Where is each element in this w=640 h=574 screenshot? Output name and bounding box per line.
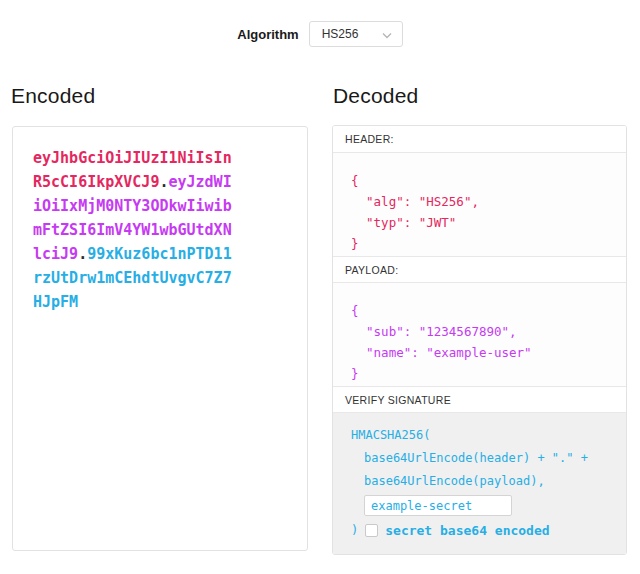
algorithm-selected-value: HS256 bbox=[322, 27, 359, 41]
encoded-token-editor[interactable]: eyJhbGciOiJIUzI1NiIsInR5cCI6IkpXVCJ9.eyJ… bbox=[12, 126, 308, 551]
decoded-heading: Decoded bbox=[333, 84, 418, 108]
signature-close-paren: ) bbox=[351, 519, 358, 542]
payload-json-editor[interactable]: { "sub": "1234567890", "name": "example-… bbox=[333, 283, 626, 386]
payload-section-label: PAYLOAD: bbox=[333, 256, 626, 283]
signature-code-line: HMACSHA256( bbox=[351, 424, 612, 447]
signature-code-line: base64UrlEncode(header) + "." + bbox=[351, 447, 612, 470]
header-json-editor[interactable]: { "alg": "HS256", "typ": "JWT" } bbox=[333, 153, 626, 256]
secret-input[interactable] bbox=[364, 495, 512, 516]
jwt-token[interactable]: eyJhbGciOiJIUzI1NiIsInR5cCI6IkpXVCJ9.eyJ… bbox=[33, 146, 235, 314]
signature-code-line: base64UrlEncode(payload), bbox=[351, 470, 612, 493]
jwt-debugger: Algorithm HS256 Encoded Decoded eyJhbGci… bbox=[0, 0, 640, 574]
algorithm-row: Algorithm HS256 bbox=[0, 21, 640, 47]
algorithm-select[interactable]: HS256 bbox=[309, 21, 403, 47]
secret-base64-checkbox-label[interactable]: secret base64 encoded bbox=[385, 519, 549, 542]
chevron-down-icon bbox=[382, 25, 392, 43]
token-separator: . bbox=[78, 245, 87, 263]
header-section-label: HEADER: bbox=[333, 126, 626, 153]
verify-signature-area: HMACSHA256( base64UrlEncode(header) + ".… bbox=[333, 413, 626, 554]
encoded-heading: Encoded bbox=[11, 84, 95, 108]
algorithm-label: Algorithm bbox=[237, 27, 298, 42]
secret-base64-checkbox[interactable] bbox=[365, 524, 378, 537]
verify-signature-section-label: VERIFY SIGNATURE bbox=[333, 386, 626, 413]
base64-encoded-row: ) secret base64 encoded bbox=[351, 519, 612, 542]
decoded-panel: HEADER: { "alg": "HS256", "typ": "JWT" }… bbox=[332, 125, 627, 555]
